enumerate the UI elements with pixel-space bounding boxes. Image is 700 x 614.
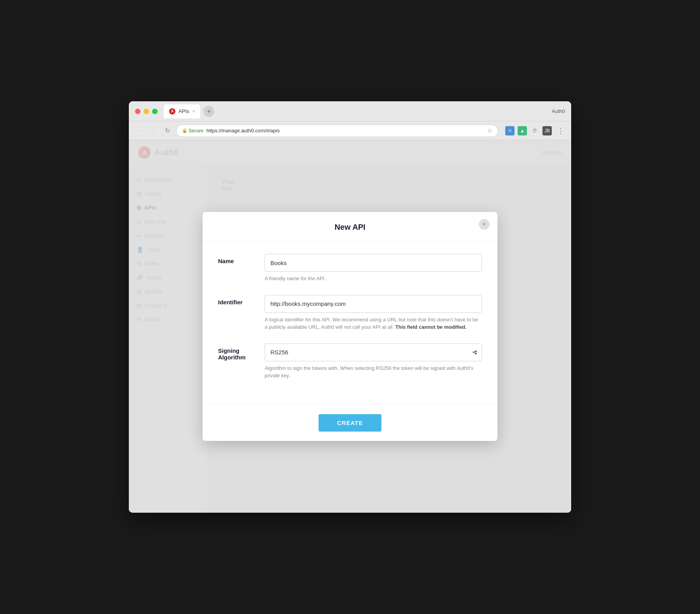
tab-label: APIs <box>178 108 189 114</box>
reload-button[interactable]: ↻ <box>162 126 172 136</box>
browser-menu-button[interactable]: ⋮ <box>556 125 566 137</box>
tab-close-button[interactable]: × <box>192 109 195 114</box>
identifier-field-container: A logical identifier for this API. We re… <box>265 295 482 331</box>
new-api-modal: New API × Name A friendly name for the A… <box>203 212 497 441</box>
name-hint: A friendly name for the API. <box>265 275 482 283</box>
modal-body: Name A friendly name for the API. Identi… <box>203 241 497 404</box>
browser-tab[interactable]: A APIs × <box>164 104 200 118</box>
title-bar: A APIs × + Auth0 <box>129 101 571 121</box>
modal-overlay: New API × Name A friendly name for the A… <box>129 140 571 513</box>
back-button[interactable]: ← <box>134 126 144 136</box>
extension-jb-icon[interactable]: JB <box>542 126 552 135</box>
tab-bar: A APIs × + <box>164 104 552 118</box>
url-text: https://manage.auth0.com/#/apis <box>206 128 280 134</box>
address-bar: ← → ↻ 🔒 Secure https://manage.auth0.com/… <box>129 121 571 140</box>
modal-close-button[interactable]: × <box>479 219 490 230</box>
name-form-group: Name A friendly name for the API. <box>218 254 482 283</box>
extension-clock-icon[interactable]: ⏱ <box>530 126 539 135</box>
close-traffic-light[interactable] <box>135 109 140 114</box>
extension-react-icon[interactable]: ⚛ <box>505 126 515 135</box>
modal-title: New API <box>218 223 482 232</box>
identifier-input[interactable] <box>265 295 482 313</box>
signing-hint: Algorithm to sign the tokens with. When … <box>265 364 482 380</box>
new-tab-icon: + <box>207 108 211 115</box>
forward-button[interactable]: → <box>148 126 158 136</box>
identifier-label: Identifier <box>218 295 265 305</box>
name-input[interactable] <box>265 254 482 272</box>
identifier-hint-bold: This field cannot be modified. <box>395 324 466 330</box>
url-bar[interactable]: 🔒 Secure https://manage.auth0.com/#/apis… <box>176 125 498 137</box>
browser-window: A APIs × + Auth0 ← → ↻ 🔒 Secure https://… <box>129 101 571 513</box>
name-label: Name <box>218 254 265 264</box>
new-tab-button[interactable]: + <box>203 106 214 117</box>
signing-label: Signing Algorithm <box>218 343 265 361</box>
secure-label: Secure <box>189 128 203 134</box>
signing-field-container: RS256 HS256 Algorithm to sign the tokens… <box>265 343 482 380</box>
extension-vuejs-icon[interactable]: ▲ <box>518 126 527 135</box>
create-button[interactable]: CREATE <box>319 414 382 432</box>
title-bar-right-text: Auth0 <box>552 108 565 114</box>
maximize-traffic-light[interactable] <box>152 109 158 114</box>
signing-select[interactable]: RS256 HS256 <box>265 343 482 361</box>
browser-extensions: ⚛ ▲ ⏱ JB <box>505 126 552 135</box>
name-field-container: A friendly name for the API. <box>265 254 482 283</box>
modal-header: New API × <box>203 212 497 241</box>
tab-favicon: A <box>169 108 175 114</box>
signing-form-group: Signing Algorithm RS256 HS256 <box>218 343 482 380</box>
bookmark-icon[interactable]: ☆ <box>487 127 492 134</box>
signing-select-wrapper: RS256 HS256 <box>265 343 482 361</box>
secure-badge: 🔒 Secure <box>182 128 203 134</box>
lock-icon: 🔒 <box>182 128 187 133</box>
page-content: A Auth0 Docume ◎Dashboard ▤Clients ⊞APIs… <box>129 140 571 513</box>
identifier-hint: A logical identifier for this API. We re… <box>265 316 482 331</box>
traffic-lights <box>135 109 158 114</box>
modal-footer: CREATE <box>203 404 497 441</box>
minimize-traffic-light[interactable] <box>144 109 149 114</box>
identifier-form-group: Identifier A logical identifier for this… <box>218 295 482 331</box>
